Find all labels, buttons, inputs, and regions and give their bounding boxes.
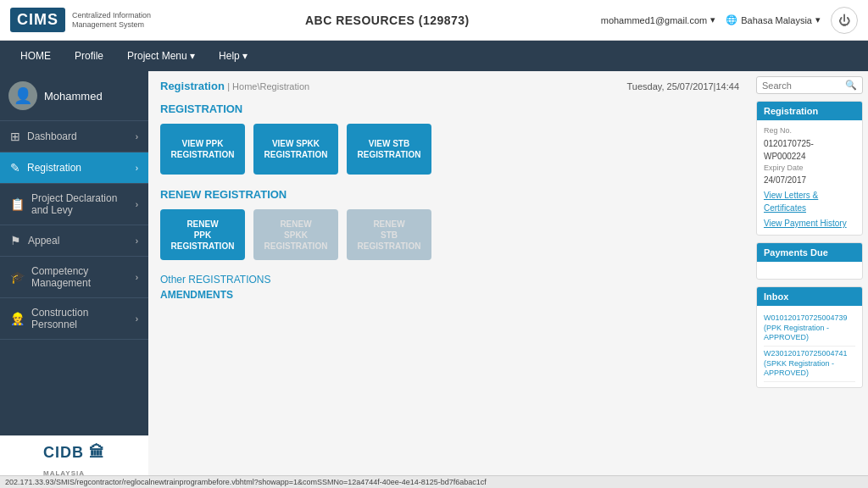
logo: CIMS	[10, 8, 65, 32]
user-email[interactable]: mohammed1@gmail.com ▾	[601, 14, 716, 25]
language-selector[interactable]: 🌐 Bahasa Malaysia ▾	[726, 14, 821, 25]
inbox-card-header: Inbox	[757, 287, 862, 306]
sidebar-item-competency[interactable]: 🎓 Competency Management ›	[0, 257, 148, 298]
view-payment-link[interactable]: View Payment History	[764, 217, 855, 230]
view-letters-link[interactable]: View Letters & Certificates	[764, 189, 855, 214]
chevron-right-icon: ›	[136, 200, 138, 209]
expiry-value: 24/07/2017	[764, 174, 855, 186]
registration-title: REGISTRATION	[160, 103, 739, 115]
project-icon: 📋	[10, 197, 25, 211]
app-title: ABC RESOURCES (129873)	[305, 14, 470, 27]
breadcrumb: Registration | Home\Registration	[160, 80, 309, 92]
view-ppk-button[interactable]: VIEW PPKREGISTRATION	[160, 124, 245, 175]
registration-buttons: VIEW PPKREGISTRATION VIEW SPKKREGISTRATI…	[160, 124, 739, 175]
view-spkk-button[interactable]: VIEW SPKKREGISTRATION	[253, 124, 338, 175]
content-area: Registration | Home\Registration Tuesday…	[148, 71, 751, 488]
sidebar-item-label: Dashboard	[27, 130, 77, 142]
sidebar-item-registration[interactable]: ✎ Registration ›	[0, 152, 148, 184]
sidebar-item-appeal[interactable]: ⚑ Appeal ›	[0, 225, 148, 257]
payments-card: Payments Due	[756, 242, 863, 280]
search-icon: 🔍	[845, 80, 857, 91]
datetime: Tuesday, 25/07/2017|14:44	[626, 81, 739, 92]
dropdown-icon: ▾	[710, 14, 715, 25]
header-right: mohammed1@gmail.com ▾ 🌐 Bahasa Malaysia …	[601, 7, 858, 34]
registration-icon: ✎	[10, 161, 20, 175]
search-box: 🔍	[756, 76, 863, 94]
reg-no-value: 0120170725-WP000224	[764, 137, 855, 163]
sidebar-item-label: Registration	[27, 162, 81, 174]
lang-dropdown-icon: ▾	[815, 14, 821, 25]
url-text: 202.171.33.93/SMIS/regcontractor/regloca…	[5, 478, 487, 486]
top-header: CIMS Centralized Information Management …	[0, 0, 868, 41]
inbox-card-body: W010120170725004739(PPK Registration - A…	[757, 306, 862, 387]
renew-spkk-button: RENEWSPKKREGISTRATION	[253, 209, 338, 260]
inbox-item[interactable]: W230120170725004741(SPKK Registration - …	[764, 347, 855, 382]
sidebar-item-label: Project Declaration and Levy	[31, 192, 136, 216]
registration-card-body: Reg No. 0120170725-WP000224 Expiry Date …	[757, 120, 862, 235]
logout-button[interactable]: ⏻	[831, 7, 858, 34]
logo-subtitle: Centralized Information Management Syste…	[72, 11, 174, 30]
registration-card: Registration Reg No. 0120170725-WP000224…	[756, 101, 863, 236]
nav-bar: HOME Profile Project Menu ▾ Help ▾	[0, 41, 868, 71]
sidebar-item-label: Competency Management	[31, 265, 136, 289]
nav-profile[interactable]: Profile	[63, 41, 115, 71]
nav-project-menu[interactable]: Project Menu ▾	[115, 41, 207, 71]
chevron-right-icon: ›	[136, 314, 138, 324]
breadcrumb-bar: Registration | Home\Registration Tuesday…	[160, 80, 739, 92]
inbox-card: Inbox W010120170725004739(PPK Registrati…	[756, 286, 863, 388]
renew-title: RENEW REGISTRATION	[160, 188, 739, 201]
sidebar: 👤 Mohammed ⊞ Dashboard › ✎ Registration …	[0, 71, 148, 488]
avatar: 👤	[8, 81, 37, 110]
sidebar-item-label: Construction Personnel	[31, 307, 136, 330]
chevron-right-icon: ›	[136, 164, 138, 173]
chevron-right-icon: ›	[136, 273, 138, 282]
inbox-item[interactable]: W010120170725004739(PPK Registration - A…	[764, 311, 855, 347]
nav-home[interactable]: HOME	[8, 41, 63, 71]
main-layout: 👤 Mohammed ⊞ Dashboard › ✎ Registration …	[0, 71, 868, 488]
cidb-text: CIDB 🏛MALAYSIA	[43, 444, 105, 480]
nav-help[interactable]: Help ▾	[207, 41, 259, 71]
renew-buttons: RENEWPPKREGISTRATION RENEWSPKKREGISTRATI…	[160, 209, 739, 260]
user-name: Mohammed	[44, 90, 103, 103]
construction-icon: 👷	[10, 312, 25, 325]
renew-ppk-button[interactable]: RENEWPPKREGISTRATION	[160, 209, 245, 260]
reg-no-label: Reg No.	[764, 125, 855, 137]
competency-icon: 🎓	[10, 270, 25, 284]
other-registrations-link[interactable]: Other REGISTRATIONS	[160, 274, 739, 286]
logo-area: CIMS Centralized Information Management …	[10, 8, 174, 32]
payments-card-header: Payments Due	[757, 243, 862, 262]
status-bar: 202.171.33.93/SMIS/regcontractor/regloca…	[0, 475, 868, 488]
amendments-link[interactable]: AMENDMENTS	[160, 289, 233, 301]
dashboard-icon: ⊞	[10, 130, 20, 143]
renew-stb-button: RENEWSTBREGISTRATION	[347, 209, 431, 260]
view-stb-button[interactable]: VIEW STBREGISTRATION	[347, 124, 431, 175]
expiry-label: Expiry Date	[764, 163, 855, 175]
search-input[interactable]	[762, 80, 845, 91]
sidebar-item-project-declaration[interactable]: 📋 Project Declaration and Levy ›	[0, 184, 148, 225]
right-panel: 🔍 Registration Reg No. 0120170725-WP0002…	[751, 71, 868, 488]
payments-card-body	[757, 262, 862, 279]
appeal-icon: ⚑	[10, 234, 21, 247]
sidebar-item-construction[interactable]: 👷 Construction Personnel ›	[0, 298, 148, 340]
user-profile: 👤 Mohammed	[0, 71, 148, 121]
registration-card-header: Registration	[757, 102, 862, 120]
sidebar-item-dashboard[interactable]: ⊞ Dashboard ›	[0, 121, 148, 152]
sidebar-item-label: Appeal	[28, 235, 59, 247]
chevron-right-icon: ›	[136, 236, 138, 246]
globe-icon: 🌐	[726, 14, 737, 25]
chevron-right-icon: ›	[136, 132, 138, 141]
